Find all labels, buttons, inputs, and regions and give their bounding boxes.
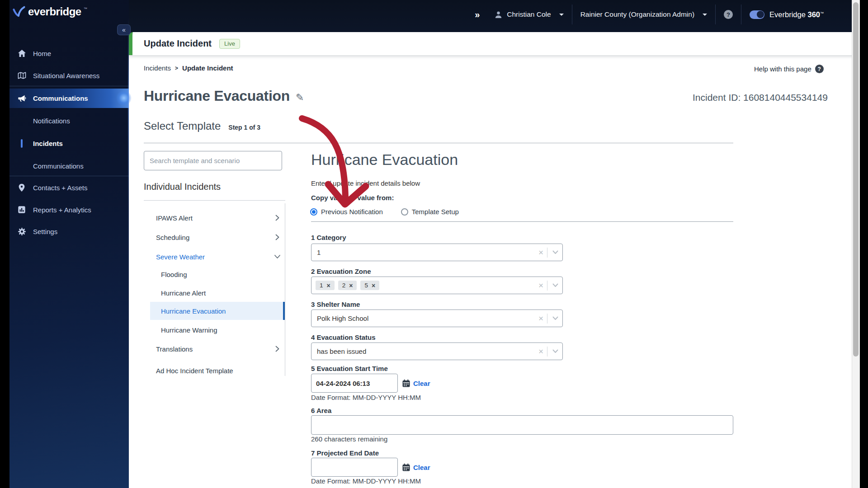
step-counter: Step 1 of 3 bbox=[228, 124, 260, 132]
page-header-bar: Update Incident Live bbox=[129, 32, 868, 55]
divider bbox=[144, 200, 285, 201]
remove-tag-icon[interactable]: × bbox=[327, 282, 330, 289]
template-item-translations[interactable]: Translations bbox=[150, 341, 285, 357]
template-search-input[interactable] bbox=[144, 151, 282, 170]
everbridge-logo: everbridge ™ bbox=[12, 5, 87, 19]
divider bbox=[9, 176, 129, 176]
radio-selected-icon bbox=[310, 208, 317, 216]
divider bbox=[741, 5, 741, 24]
radio-previous-notification[interactable]: Previous Notification bbox=[310, 208, 383, 216]
sidebar-item-notifications[interactable]: Notifications bbox=[0, 112, 129, 130]
clear-date-link[interactable]: Clear bbox=[413, 464, 430, 471]
clear-field-icon[interactable]: × bbox=[538, 347, 543, 356]
help-with-page-link[interactable]: Help with this page ? bbox=[754, 65, 824, 73]
projected-end-date-row: Clear bbox=[311, 458, 430, 477]
sidebar-item-settings[interactable]: Settings bbox=[0, 222, 129, 240]
projected-end-date-input[interactable] bbox=[311, 458, 398, 477]
template-item-hurricane-alert[interactable]: Hurricane Alert bbox=[150, 285, 285, 300]
sidebar-item-home[interactable]: Home bbox=[0, 44, 129, 62]
form-subtitle: Enter / update incident details below bbox=[311, 179, 420, 187]
tag-chip: 2× bbox=[338, 281, 357, 290]
bar-chart-icon bbox=[17, 206, 26, 214]
divider bbox=[311, 221, 733, 222]
field-label-projected-end-date: 7 Projected End Date bbox=[311, 449, 379, 457]
divider bbox=[547, 281, 547, 291]
screen-edge-right bbox=[860, 0, 868, 488]
area-textarea[interactable] bbox=[311, 415, 733, 435]
clear-field-icon[interactable]: × bbox=[538, 248, 543, 257]
scrollbar-thumb[interactable] bbox=[853, 2, 859, 357]
chevron-right-icon bbox=[275, 215, 279, 221]
template-item-hurricane-evacuation[interactable]: Hurricane Evacuation bbox=[150, 302, 285, 320]
live-status-badge: Live bbox=[219, 39, 240, 49]
edit-title-icon[interactable]: ✎ bbox=[296, 92, 304, 103]
everbridge-bird-icon bbox=[12, 5, 26, 19]
chevron-down-icon bbox=[559, 14, 564, 16]
logo-text: everbridge bbox=[28, 5, 81, 18]
template-section-title: Individual Incidents bbox=[144, 182, 221, 192]
clear-date-link[interactable]: Clear bbox=[413, 380, 430, 387]
sidebar-item-communications-sub[interactable]: Communications bbox=[0, 157, 129, 175]
calendar-icon[interactable] bbox=[402, 379, 410, 388]
expand-panel-icon[interactable]: » bbox=[475, 9, 480, 20]
chevron-right-icon bbox=[275, 234, 279, 240]
sidebar-item-reports-analytics[interactable]: Reports + Analytics bbox=[0, 201, 129, 219]
breadcrumb-incidents[interactable]: Incidents bbox=[144, 64, 171, 72]
template-item-flooding[interactable]: Flooding bbox=[150, 267, 285, 282]
chevron-down-icon[interactable] bbox=[552, 283, 558, 287]
sidebar-collapse-button[interactable]: « bbox=[117, 24, 131, 35]
sidebar-item-communications[interactable]: Communications bbox=[0, 89, 129, 108]
template-item-severe-weather[interactable]: Severe Weather bbox=[150, 249, 285, 264]
evacuation-start-time-input[interactable] bbox=[311, 374, 398, 393]
radio-template-setup[interactable]: Template Setup bbox=[401, 208, 459, 216]
home-icon bbox=[17, 49, 26, 57]
field-label-evacuation-status: 4 Evacuation Status bbox=[311, 333, 376, 341]
field-label-area: 6 Area bbox=[311, 407, 331, 414]
remove-tag-icon[interactable]: × bbox=[372, 282, 375, 289]
user-name: Christian Cole bbox=[507, 10, 551, 19]
everbridge-360-toggle[interactable] bbox=[750, 10, 764, 19]
help-icon[interactable]: ? bbox=[724, 10, 733, 19]
calendar-icon[interactable] bbox=[402, 463, 410, 472]
page-header-title: Update Incident bbox=[144, 38, 212, 49]
evacuation-zone-multiselect[interactable]: 1× 2× 5× × bbox=[311, 277, 563, 294]
evacuation-status-select[interactable]: has been issued × bbox=[311, 343, 563, 360]
template-item-scheduling[interactable]: Scheduling bbox=[150, 230, 285, 245]
incident-id: Incident ID: 1608140445534149 bbox=[693, 92, 828, 103]
gear-icon bbox=[17, 227, 26, 236]
template-item-ad-hoc[interactable]: Ad Hoc Incident Template bbox=[150, 363, 285, 378]
clear-field-icon[interactable]: × bbox=[538, 314, 543, 323]
help-icon: ? bbox=[815, 65, 824, 73]
characters-remaining: 260 characters remaining bbox=[311, 435, 387, 443]
sidebar-item-incidents[interactable]: Incidents bbox=[0, 134, 129, 152]
category-select[interactable]: 1 × bbox=[311, 244, 563, 261]
chevron-down-icon[interactable] bbox=[552, 250, 558, 254]
user-menu[interactable]: Christian Cole bbox=[494, 10, 563, 19]
breadcrumb: Incidents > Update Incident bbox=[144, 64, 233, 72]
divider bbox=[547, 248, 547, 258]
date-format-helper: Date Format: MM-DD-YYYY HH:MM bbox=[311, 394, 421, 401]
breadcrumb-separator: > bbox=[175, 65, 178, 71]
chevron-right-icon bbox=[275, 346, 279, 352]
template-item-ipaws-alert[interactable]: IPAWS Alert bbox=[150, 210, 285, 225]
app-screen: » Christian Cole Rainier County (Organiz… bbox=[0, 0, 868, 488]
tag-chip: 5× bbox=[360, 281, 379, 290]
clear-field-icon[interactable]: × bbox=[538, 281, 543, 290]
chevron-down-icon[interactable] bbox=[552, 316, 558, 320]
sidebar-item-contacts-assets[interactable]: Contacts + Assets bbox=[0, 178, 129, 197]
radio-unselected-icon bbox=[401, 208, 408, 216]
template-item-hurricane-warning[interactable]: Hurricane Warning bbox=[150, 322, 285, 338]
chevron-down-icon[interactable] bbox=[552, 349, 558, 353]
sidebar-item-situational-awareness[interactable]: Situational Awareness bbox=[0, 66, 129, 84]
shelter-name-select[interactable]: Polk High School × bbox=[311, 310, 563, 327]
org-menu[interactable]: Rainier County (Organization Admin) bbox=[580, 10, 707, 19]
divider bbox=[144, 143, 733, 143]
toggle-knob bbox=[757, 11, 764, 18]
remove-tag-icon[interactable]: × bbox=[349, 282, 353, 289]
divider bbox=[547, 347, 547, 357]
chevron-down-icon bbox=[703, 14, 707, 16]
megaphone-icon bbox=[17, 94, 26, 103]
chevron-down-icon bbox=[274, 255, 281, 259]
org-name: Rainier County (Organization Admin) bbox=[580, 10, 694, 19]
copy-variable-options: Previous Notification Template Setup bbox=[310, 208, 459, 216]
